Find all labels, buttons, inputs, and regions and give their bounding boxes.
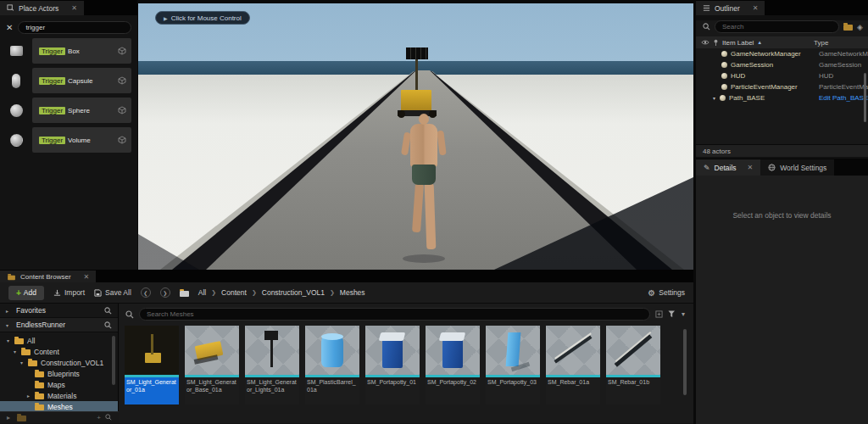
new-folder-icon[interactable] [843,25,853,31]
asset-tile[interactable]: SM_Rebar_01b [606,326,662,404]
asset-tile[interactable]: SM_Portapotty_03 [486,326,542,404]
table-row[interactable]: ParticleEventManager ParticleEventManage… [696,81,868,92]
save-all-label: Save All [105,288,131,297]
clear-search-icon[interactable]: ✕ [6,23,13,32]
search-icon[interactable] [105,414,112,421]
tab-world-settings[interactable]: World Settings [760,159,834,176]
settings-label: Settings [659,288,685,297]
asset-thumbnail [606,326,660,375]
edit-path-link[interactable]: Edit Path_BASE [819,94,868,102]
asset-tile[interactable]: SM_Rebar_01a [546,326,602,404]
chevron-right-icon[interactable]: ▸ [25,393,31,399]
asset-tile[interactable]: SM_Light_Generator_Lights_01a [245,326,301,404]
save-search-icon[interactable] [655,310,663,318]
asset-thumbnail [305,326,359,375]
outliner-options-icon[interactable]: ◈ [857,23,863,31]
trigger-sphere-icon [0,104,32,117]
actor-label: GameNetworkManager [731,50,819,58]
table-row[interactable]: GameNetworkManager GameNetworkManager [696,48,868,59]
close-icon[interactable]: ✕ [753,4,759,12]
search-icon[interactable] [104,321,112,329]
close-icon[interactable]: ✕ [84,273,90,281]
asset-label: SM_Light_Generator_01a [125,377,179,404]
search-icon[interactable] [104,307,112,315]
column-item-label[interactable]: Item Label [722,39,754,47]
tree-label: Construction_VOL1 [41,359,103,367]
item-label: Box [68,47,80,55]
column-type[interactable]: Type [814,39,863,47]
back-button[interactable]: ❮ [141,287,151,298]
add-button[interactable]: + Add [8,286,44,300]
pin-icon[interactable] [713,39,719,46]
close-icon[interactable]: ✕ [71,4,77,12]
tab-details[interactable]: ✎ Details ✕ [696,159,760,176]
mouse-control-button[interactable]: ▶ Click for Mouse Control [155,11,250,25]
import-icon [53,289,61,297]
list-item-trigger-box[interactable]: Trigger Box [0,38,137,64]
tab-outliner[interactable]: Outliner ✕ [696,1,765,15]
tab-place-actors[interactable]: Place Actors ✕ [0,1,84,15]
asset-tile[interactable]: SM_Light_Generator_Base_01a [185,326,241,404]
add-collection-icon[interactable]: + [97,414,101,421]
table-row[interactable]: GameSession GameSession [696,59,868,70]
outliner-search-input[interactable] [715,20,839,33]
breadcrumb-item[interactable]: Content [221,288,247,297]
filter-funnel-icon[interactable] [668,310,676,318]
asset-tile[interactable]: SM_Portapotty_02 [426,326,481,404]
tree-item-content[interactable]: ▾ Content [0,346,118,357]
viewport-scene[interactable]: ▶ Click for Mouse Control [138,3,693,270]
asset-tile[interactable]: SM_Portapotty_01 [365,326,421,404]
settings-button[interactable]: ⚙ Settings [648,288,685,298]
generator-body [401,90,431,112]
chevron-right-icon[interactable]: ▸ [7,414,10,421]
list-item-trigger-volume[interactable]: Trigger Volume [0,127,137,153]
asset-thumbnail [185,326,239,375]
tree-item-blueprints[interactable]: Blueprints [0,368,118,379]
asset-grid-scrollbar[interactable] [683,329,687,395]
asset-tile[interactable]: SM_Light_Generator_01a [125,326,181,404]
breadcrumb-item[interactable]: Meshes [340,288,365,297]
favorites-section[interactable]: ▸ Favorites [0,304,118,318]
tree-item-materials[interactable]: ▸ Materials [0,390,118,401]
outliner-scrollbar[interactable] [864,73,866,122]
place-actors-search-row: ✕ [6,21,131,34]
chevron-down-icon[interactable]: ▾ [713,95,720,101]
list-item-trigger-capsule[interactable]: Trigger Capsule [0,68,137,93]
import-button[interactable]: Import [53,288,85,297]
tab-label: Place Actors [19,4,58,13]
asset-search-input[interactable] [139,308,650,321]
asset-tile[interactable]: SM_PlasticBarrel_01a [305,326,361,404]
search-highlight: Trigger [39,77,65,85]
back-icon: ❮ [143,290,147,296]
breadcrumb-item[interactable]: All [198,288,206,297]
folder-icon [14,338,24,344]
tree-item-construction-vol1[interactable]: ▾ Construction_VOL1 [0,357,118,368]
path-folder-icon[interactable] [180,291,189,297]
chevron-down-icon[interactable]: ▾ [12,349,18,354]
collections-bar: ▸ + [0,411,119,423]
chevron-down-icon[interactable]: ▾ [19,360,25,365]
filter-caret-icon[interactable]: ▾ [682,310,685,318]
close-icon[interactable]: ✕ [748,164,754,171]
tree-item-maps[interactable]: Maps [0,379,118,390]
actor-icon [721,62,727,68]
actor-type: ParticleEventManager [819,83,868,91]
forward-button[interactable]: ❯ [160,287,170,298]
chevron-down-icon[interactable]: ▾ [5,338,11,343]
tree-item-all[interactable]: ▾ All [0,335,118,346]
actor-icon [721,84,727,90]
gear-icon: ⚙ [648,288,655,298]
tree-scrollbar[interactable] [112,336,115,385]
tab-label: Details [715,164,737,172]
outliner-search-row: ◈ [703,20,863,33]
visibility-eye-icon[interactable] [701,39,709,46]
breadcrumb-item[interactable]: Construction_VOL1 [262,288,325,297]
table-row[interactable]: ▾ Path_BASE Edit Path_BASE [696,92,868,103]
asset-label: SM_Light_Generator_Base_01a [185,377,239,404]
list-item-trigger-sphere[interactable]: Trigger Sphere [0,98,137,123]
place-actors-search-input[interactable] [18,21,131,34]
table-row[interactable]: HUD HUD [696,70,868,81]
save-all-button[interactable]: Save All [94,288,131,297]
project-section[interactable]: ▾ EndlessRunner [0,318,118,332]
tab-content-browser[interactable]: Content Browser ✕ [0,271,96,282]
